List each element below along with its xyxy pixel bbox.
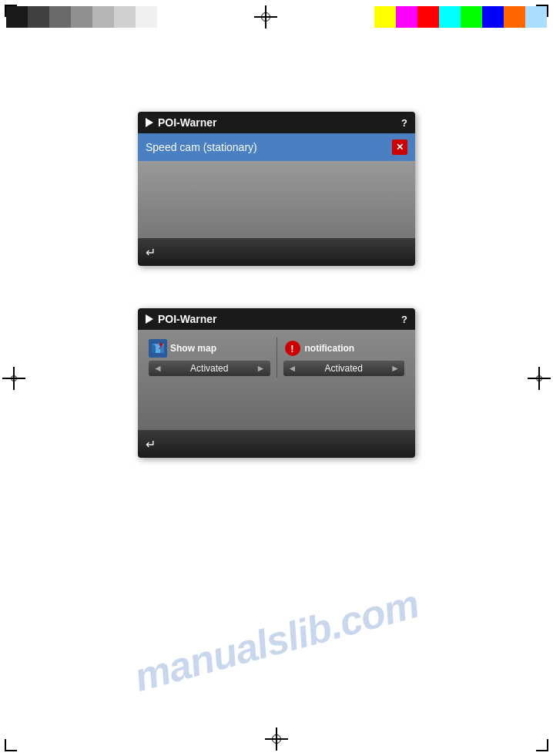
swatch-white	[136, 6, 157, 28]
show-map-arrow-right[interactable]: ►	[256, 363, 266, 374]
dialog2-header: POI-Warner ?	[138, 308, 415, 330]
dialog1-body: Speed cam (stationary) ✕	[138, 133, 415, 238]
dialog2-title-left: POI-Warner	[146, 313, 217, 325]
swatch-yellow	[374, 6, 396, 28]
notification-control[interactable]: ◄ Activated ►	[283, 361, 405, 376]
swatch-darkgray	[28, 6, 49, 28]
dialog-poi-warner-1: POI-Warner ? Speed cam (stationary) ✕ ↵	[138, 112, 415, 266]
options-divider	[276, 338, 277, 378]
notification-arrow-right[interactable]: ►	[390, 363, 400, 374]
swatch-green	[461, 6, 482, 28]
svg-point-4	[159, 343, 163, 346]
map-svg-icon	[150, 341, 166, 356]
swatch-lightblue	[525, 6, 547, 28]
content-area: POI-Warner ? Speed cam (stationary) ✕ ↵ …	[0, 42, 553, 714]
swatch-gray	[49, 6, 71, 28]
dialog1-empty-area	[138, 161, 415, 238]
play-icon-2	[146, 314, 153, 324]
show-map-panel: Show map ◄ Activated ►	[146, 336, 273, 379]
swatch-lightgray	[92, 6, 114, 28]
notification-arrow-left[interactable]: ◄	[288, 363, 297, 374]
left-color-swatches	[6, 6, 157, 28]
map-icon	[149, 339, 167, 358]
cross-circle	[261, 12, 270, 22]
dialog1-help[interactable]: ?	[401, 117, 407, 129]
dialog2-title: POI-Warner	[158, 313, 217, 325]
dialog1-selected-item[interactable]: Speed cam (stationary) ✕	[138, 133, 415, 161]
swatch-blue	[482, 6, 504, 28]
notification-header: ! notification	[283, 339, 405, 358]
selected-item-label: Speed cam (stationary)	[146, 141, 257, 153]
show-map-label: Show map	[170, 343, 216, 354]
show-map-arrow-left[interactable]: ◄	[153, 363, 163, 374]
notification-value: Activated	[300, 363, 387, 374]
color-bar-top	[6, 6, 547, 28]
swatch-orange	[504, 6, 525, 28]
play-icon-1	[146, 118, 153, 127]
swatch-black	[6, 6, 28, 28]
show-map-header: Show map	[149, 339, 270, 358]
dialog2-body: Show map ◄ Activated ► ! notif	[138, 330, 415, 430]
registration-cross-top	[254, 5, 277, 29]
dialog1-header: POI-Warner ?	[138, 112, 415, 133]
right-color-swatches	[374, 6, 547, 28]
swatch-silver	[114, 6, 136, 28]
top-center-cross	[157, 6, 374, 28]
dialog1-title: POI-Warner	[158, 116, 217, 129]
cross-circle-bottom	[272, 734, 281, 744]
options-row: Show map ◄ Activated ► ! notif	[146, 336, 407, 379]
dialog1-footer: ↵	[138, 238, 415, 266]
swatch-cyan	[439, 6, 461, 28]
show-map-control[interactable]: ◄ Activated ►	[149, 361, 270, 376]
dialog2-help[interactable]: ?	[401, 314, 407, 325]
dialog-poi-warner-2: POI-Warner ?	[138, 308, 415, 458]
notification-label: notification	[305, 343, 355, 354]
color-bar-bottom	[6, 728, 547, 750]
show-map-value: Activated	[166, 363, 253, 374]
notification-icon: !	[283, 339, 302, 358]
swatch-magenta	[396, 6, 417, 28]
notif-circle-icon: !	[285, 341, 300, 356]
registration-cross-bottom	[265, 727, 288, 751]
swatch-midgray	[71, 6, 92, 28]
swatch-red	[417, 6, 439, 28]
notification-panel: ! notification ◄ Activated ►	[280, 336, 408, 379]
dialog1-title-left: POI-Warner	[146, 116, 217, 129]
return-icon-1[interactable]: ↵	[146, 245, 156, 260]
return-icon-2[interactable]: ↵	[146, 437, 156, 452]
close-button[interactable]: ✕	[392, 139, 407, 155]
dialog2-footer: ↵	[138, 430, 415, 458]
